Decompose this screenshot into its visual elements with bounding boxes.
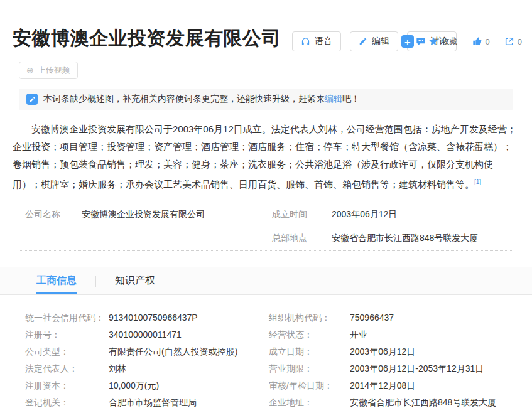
detail-row: 注册号： 340100000011471	[19, 326, 263, 343]
like-count: 0	[486, 37, 490, 46]
detail-row: 法定代表人： 刘林	[19, 360, 263, 377]
circle-plus-icon: ⊕	[26, 66, 34, 75]
baike-entry-page: ＋ 收藏 0 0 安徽博澳企业投资发展有限公司	[0, 25, 532, 413]
basic-infobox: 公司名称 安徽博澳企业投资发展有限公司 成立时间 2003年06月12日 总部地…	[19, 203, 513, 251]
detail-row: 公司类型： 有限责任公司(自然人投资或控股)	[19, 343, 263, 360]
tab-bar: 工商信息 知识产权	[0, 267, 532, 295]
infobox-cell-empty	[19, 227, 266, 250]
notice-bar: 本词条缺少概述图，补充相关内容使词条更完整，还能快速升级，赶紧来编辑吧！	[19, 88, 513, 110]
summary-paragraph: 安徽博澳企业投资发展有限公司于2003年06月12日成立。法定代表人刘林，公司经…	[13, 121, 519, 193]
voice-button[interactable]: 语音	[292, 31, 341, 51]
edit-pencil-icon	[26, 94, 38, 105]
divider	[465, 36, 465, 46]
favorite-button[interactable]: 收藏	[428, 36, 458, 47]
favorite-label: 收藏	[442, 36, 458, 47]
notice-edit-link[interactable]: 编辑	[325, 94, 342, 104]
tab-intellectual-property[interactable]: 知识产权	[115, 267, 155, 294]
divider	[497, 36, 497, 46]
detail-row: 经营状态： 开业	[263, 326, 513, 343]
detail-row: 营业期限： 2003年06月12日-2053年12月31日	[263, 360, 513, 377]
share-count: 0	[518, 37, 522, 46]
details-right-column: 组织机构代码： 750966437 经营状态： 开业 成立日期： 2003年06…	[263, 309, 513, 411]
detail-row: 审核/年检日期： 2014年12月08日	[263, 377, 513, 394]
infobox-cell: 公司名称 安徽博澳企业投资发展有限公司	[19, 203, 266, 227]
like-button[interactable]: 0	[472, 36, 490, 46]
infobox-cell: 成立时间 2003年06月12日	[266, 203, 513, 227]
detail-row: 登记机关： 合肥市市场监督管理局	[19, 394, 263, 411]
company-name-label: 公司名称	[25, 209, 82, 220]
tab-divider	[95, 276, 96, 287]
action-bar: ＋ 收藏 0 0	[401, 35, 522, 48]
detail-row: 组织机构代码： 750966437	[263, 309, 513, 326]
infobox-row: 总部地点 安徽省合肥市长江西路848号联发大厦	[19, 227, 513, 251]
founded-date-value: 2003年06月12日	[332, 209, 397, 220]
detail-row: 注册资本： 10,000万(元)	[19, 377, 263, 394]
founded-date-label: 成立时间	[272, 209, 332, 220]
infobox-row: 公司名称 安徽博澳企业投资发展有限公司 成立时间 2003年06月12日	[19, 203, 513, 227]
add-button[interactable]: ＋	[401, 35, 414, 48]
plus-icon: ＋	[403, 37, 412, 46]
company-name-value: 安徽博澳企业投资发展有限公司	[82, 209, 205, 220]
divider	[421, 36, 421, 46]
upload-video-label: 上传视频	[38, 65, 70, 76]
pencil-icon	[359, 37, 367, 46]
edit-button[interactable]: 编辑	[350, 31, 398, 51]
notice-text: 本词条缺少概述图，补充相关内容使词条更完整，还能快速升级，赶紧来编辑吧！	[43, 94, 360, 105]
infobox-cell: 总部地点 安徽省合肥市长江西路848号联发大厦	[266, 227, 513, 250]
headquarters-label: 总部地点	[272, 233, 332, 244]
upload-video-button[interactable]: ⊕ 上传视频	[19, 62, 78, 79]
share-button[interactable]: 0	[504, 36, 522, 46]
headphones-icon	[301, 37, 310, 46]
thumbs-up-icon	[472, 36, 482, 46]
detail-row: 成立日期： 2003年06月12日	[263, 343, 513, 360]
edit-label: 编辑	[372, 36, 389, 47]
star-icon	[428, 36, 438, 46]
tab-business-info[interactable]: 工商信息	[36, 267, 77, 294]
page-title: 安徽博澳企业投资发展有限公司	[13, 26, 281, 51]
voice-label: 语音	[315, 36, 332, 47]
business-info-panel: 统一社会信用代码： 91340100750966437P 注册号： 340100…	[19, 309, 513, 413]
reference-link[interactable]: [1]	[474, 178, 481, 185]
details-left-column: 统一社会信用代码： 91340100750966437P 注册号： 340100…	[19, 309, 263, 411]
detail-row: 企业地址： 安徽省合肥市长江西路848号联发大厦	[263, 394, 513, 411]
detail-row: 统一社会信用代码： 91340100750966437P	[19, 309, 263, 326]
share-icon	[504, 36, 514, 46]
headquarters-value: 安徽省合肥市长江西路848号联发大厦	[332, 233, 478, 244]
